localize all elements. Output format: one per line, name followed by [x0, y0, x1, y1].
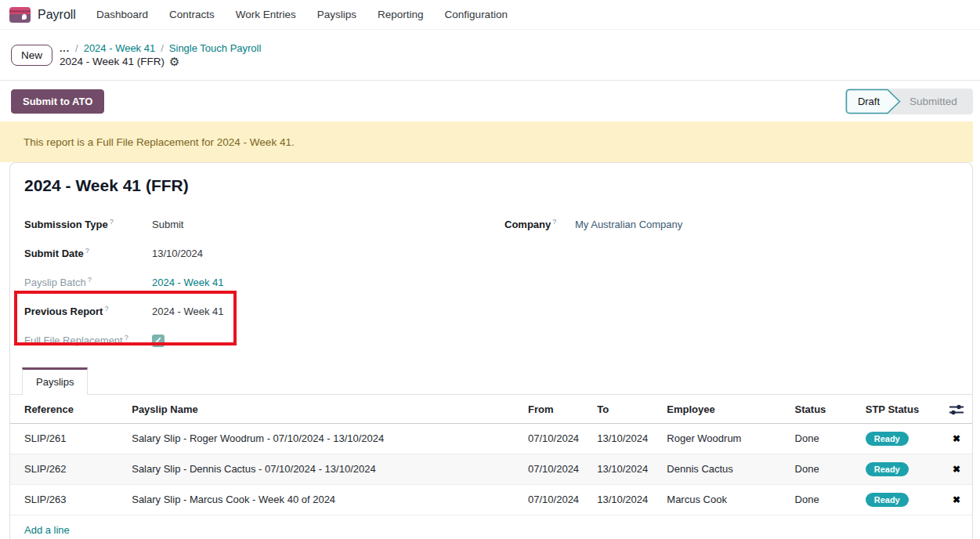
submit-to-ato-button[interactable]: Submit to ATO — [11, 89, 104, 114]
optional-columns-icon[interactable] — [949, 403, 964, 416]
payslips-table: Reference Payslip Name From To Employee … — [10, 395, 972, 539]
breadcrumb-current: 2024 - Week 41 (FFR) — [60, 56, 165, 67]
submit-date-label: Submit Date — [24, 248, 84, 260]
col-header-from[interactable]: From — [515, 395, 584, 423]
check-icon: ✓ — [154, 336, 161, 345]
field-payslip-batch: Payslip Batch? 2024 - Week 41 — [24, 268, 504, 297]
new-button[interactable]: New — [11, 45, 52, 66]
nav-item-reporting[interactable]: Reporting — [378, 9, 424, 20]
col-header-employee[interactable]: Employee — [653, 395, 781, 423]
previous-report-label: Previous Report — [24, 306, 103, 318]
status-pipeline: Draft Submitted — [845, 89, 973, 114]
company-label: Company — [504, 219, 551, 231]
record-title: 2024 - Week 41 (FFR) — [24, 176, 958, 195]
full-file-replacement-checkbox[interactable]: ✓ — [152, 335, 165, 347]
cell-to: 13/10/2024 — [584, 484, 653, 515]
stp-status-badge: Ready — [866, 462, 909, 476]
payroll-stp-form-screen: Payroll Dashboard Contracts Work Entries… — [0, 0, 980, 539]
company-value[interactable]: My Australian Company — [575, 219, 682, 230]
cell-payslip-name: Salary Slip - Roger Woodrum - 07/10/2024… — [118, 423, 515, 454]
breadcrumb-separator: / — [75, 42, 78, 54]
cell-employee: Dennis Cactus — [653, 454, 781, 484]
field-company: Company? My Australian Company — [504, 210, 682, 239]
nav-menu: Dashboard Contracts Work Entries Payslip… — [96, 9, 508, 20]
cell-employee: Marcus Cook — [653, 484, 781, 515]
status-bar: Submit to ATO Draft Submitted — [0, 81, 980, 121]
cell-status: Done — [782, 454, 852, 484]
submit-date-value[interactable]: 13/10/2024 — [152, 248, 203, 259]
breadcrumb: ... / 2024 - Week 41 / Single Touch Payr… — [60, 42, 261, 67]
cell-reference: SLIP/261 — [10, 423, 118, 454]
breadcrumb-link-batch[interactable]: 2024 - Week 41 — [84, 42, 156, 54]
col-header-stp-status[interactable]: STP Status — [852, 395, 941, 423]
payroll-app-icon[interactable] — [9, 7, 31, 23]
breadcrumb-separator: / — [161, 42, 164, 54]
help-icon: ? — [88, 276, 92, 284]
cell-employee: Roger Woodrum — [653, 423, 781, 454]
submission-type-label: Submission Type — [24, 219, 108, 231]
field-full-file-replacement: Full File Replacement? ✓ — [24, 326, 504, 355]
table-row[interactable]: SLIP/263 Salary Slip - Marcus Cook - Wee… — [10, 484, 972, 515]
cell-from: 07/10/2024 — [515, 484, 584, 515]
nav-item-payslips[interactable]: Payslips — [317, 9, 356, 20]
table-row[interactable]: SLIP/261 Salary Slip - Roger Woodrum - 0… — [10, 423, 972, 454]
app-name[interactable]: Payroll — [38, 8, 76, 22]
add-line-row: Add a line — [10, 515, 972, 539]
ffr-warning-alert: This report is a Full File Replacement f… — [0, 121, 973, 162]
stage-draft-label: Draft — [858, 96, 881, 107]
stp-status-badge: Ready — [866, 432, 909, 446]
breadcrumb-area: New ... / 2024 - Week 41 / Single Touch … — [0, 30, 980, 81]
cell-reference: SLIP/263 — [10, 484, 118, 515]
form-sheet: 2024 - Week 41 (FFR) Submission Type? Su… — [9, 162, 973, 539]
stage-draft[interactable]: Draft — [845, 89, 902, 114]
gear-icon[interactable]: ⚙ — [169, 56, 179, 67]
stp-status-badge: Ready — [866, 493, 909, 507]
table-header-row: Reference Payslip Name From To Employee … — [10, 395, 972, 423]
table-row[interactable]: SLIP/262 Salary Slip - Dennis Cactus - 0… — [10, 454, 972, 484]
full-file-replacement-label: Full File Replacement — [24, 335, 123, 347]
submission-type-value[interactable]: Submit — [152, 219, 183, 230]
col-header-reference[interactable]: Reference — [10, 395, 118, 423]
help-icon: ? — [125, 334, 128, 342]
col-header-payslip-name[interactable]: Payslip Name — [118, 395, 515, 423]
cell-from: 07/10/2024 — [515, 423, 584, 454]
delete-row-icon[interactable]: ✖ — [949, 494, 964, 505]
add-a-line-link[interactable]: Add a line — [24, 524, 70, 536]
top-nav: Payroll Dashboard Contracts Work Entries… — [0, 0, 980, 30]
delete-row-icon[interactable]: ✖ — [949, 433, 964, 444]
help-icon: ? — [552, 218, 556, 226]
tab-payslips[interactable]: Payslips — [22, 367, 88, 395]
help-icon: ? — [104, 305, 108, 313]
breadcrumb-ellipsis[interactable]: ... — [60, 43, 70, 54]
delete-row-icon[interactable]: ✖ — [949, 464, 964, 475]
help-icon: ? — [110, 218, 114, 226]
col-header-status[interactable]: Status — [782, 395, 852, 423]
nav-item-contracts[interactable]: Contracts — [169, 9, 215, 20]
cell-status: Done — [782, 484, 852, 515]
col-header-to[interactable]: To — [584, 395, 653, 423]
cell-reference: SLIP/262 — [10, 454, 118, 484]
help-icon: ? — [85, 247, 89, 255]
breadcrumb-link-stp[interactable]: Single Touch Payroll — [169, 42, 262, 54]
nav-item-configuration[interactable]: Configuration — [445, 9, 508, 20]
field-submit-date: Submit Date? 13/10/2024 — [24, 239, 504, 268]
cell-from: 07/10/2024 — [515, 454, 584, 484]
cell-to: 13/10/2024 — [584, 423, 653, 454]
field-submission-type: Submission Type? Submit — [24, 210, 504, 239]
alert-text: This report is a Full File Replacement f… — [24, 136, 295, 148]
cell-payslip-name: Salary Slip - Marcus Cook - Week 40 of 2… — [118, 484, 515, 515]
payslip-batch-label: Payslip Batch — [24, 277, 86, 289]
cell-payslip-name: Salary Slip - Dennis Cactus - 07/10/2024… — [118, 454, 515, 484]
previous-report-value[interactable]: 2024 - Week 41 — [152, 306, 224, 317]
field-grid: Submission Type? Submit Submit Date? 13/… — [24, 210, 958, 355]
cell-to: 13/10/2024 — [584, 454, 653, 484]
payslip-batch-value[interactable]: 2024 - Week 41 — [152, 277, 224, 288]
nav-item-work-entries[interactable]: Work Entries — [236, 9, 296, 20]
nav-item-dashboard[interactable]: Dashboard — [96, 9, 148, 20]
notebook-tabs: Payslips — [10, 367, 972, 395]
field-previous-report: Previous Report? 2024 - Week 41 — [24, 297, 504, 326]
cell-status: Done — [782, 423, 852, 454]
